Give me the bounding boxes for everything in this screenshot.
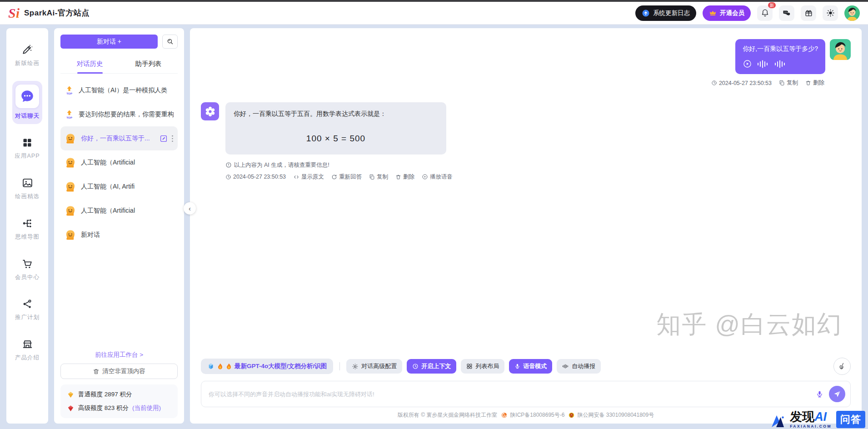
blob-avatar-icon [65,205,76,217]
ai-message: 你好，一百乘以五等于五百。用数学表达式表示就是： 100 × 5 = 500 [201,102,851,155]
conversation-title: 新对话 [81,231,174,239]
new-chat-button[interactable]: 新对话 + [60,35,158,49]
grid-icon [22,137,33,148]
search-icon [166,38,174,45]
list-item[interactable]: 人工智能（AI, Artifi [60,175,178,199]
workspace-link[interactable]: 前往应用工作台 > [60,351,178,359]
user-avatar[interactable] [844,5,860,21]
membership-button[interactable]: 开通会员 [703,5,751,21]
context-toggle-button[interactable]: 开启上下文 [407,359,456,374]
auto-broadcast-button[interactable]: 自动播报 [557,359,601,374]
rewards-button[interactable] [801,5,816,21]
list-item[interactable]: TOP 人工智能（AI）是一种模拟人类 [60,78,178,102]
sidebar-item-apps[interactable]: 应用APP [15,137,40,160]
copy-button[interactable]: 复制 [369,173,388,181]
police-record[interactable]: 陕公网安备 33010908041809号 [568,411,654,419]
icp-icon [501,412,508,419]
timestamp: 2024-05-27 23:50:53 [711,80,772,86]
pin-top-icon: TOP [65,85,74,96]
quota-premium: 高级额度 823 积分 (当前使用) [67,404,171,412]
microphone-icon[interactable] [816,390,823,399]
update-log-button[interactable]: 系统更新日志 [635,5,696,21]
pin-top-icon: TOP [65,109,74,120]
collapse-sidebar-button[interactable]: ‹ [184,202,196,214]
quota-card: 普通额度 2897 积分 高级额度 823 积分 (当前使用) [60,384,178,418]
user-chat-avatar [830,39,851,60]
sidebar-item-label: 新版绘画 [15,60,40,67]
model-label: 最新GPT-4o大模型/文档分析/识图 [234,362,327,370]
copyright-text: 版权所有 © 寰步星火掘金网络科技工作室 [398,411,498,419]
play-voice-icon[interactable] [743,59,752,69]
trash-icon [93,368,100,375]
show-source-button[interactable]: 显示原文 [293,173,324,181]
history-list: TOP 人工智能（AI）是一种模拟人类 TOP 要达到你想要的结果，你需要重构 … [60,78,178,247]
sidebar-item-new-painting[interactable]: 新版绘画 [15,44,40,67]
list-item[interactable]: 新对话 [60,223,178,247]
conversation-title: 人工智能（AI, Artifi [81,183,174,191]
advanced-config-button[interactable]: 对话高级配置 [346,359,402,374]
messages-button[interactable] [779,5,794,21]
sidebar-item-member-center[interactable]: 会员中心 [15,258,40,281]
delete-button[interactable]: 删除 [805,79,824,87]
svg-text:TOP: TOP [66,92,72,95]
send-button[interactable] [829,386,845,402]
tab-chat-history[interactable]: 对话历史 [60,56,119,73]
user-message: 你好,一百乘以五等于多少? [201,39,851,74]
ai-bubble: 你好，一百乘以五等于五百。用数学表达式表示就是： 100 × 5 = 500 [225,102,446,155]
quota-label: 高级额度 823 积分 [78,404,129,412]
ai-formula: 100 × 5 = 500 [234,132,438,145]
zhihu-watermark: 知乎 @白云如幻 [656,308,843,341]
gear-icon [352,363,359,370]
tab-assistant-list[interactable]: 助手列表 [119,56,178,73]
user-message-text: 你好,一百乘以五等于多少? [743,45,818,53]
sidebar-item-gallery[interactable]: 绘画精选 [15,177,40,200]
app-logo[interactable]: Si SparkAi-官方站点 [8,6,90,20]
ai-generated-notice: 以上内容为 AI 生成，请核查重要信息! [225,161,851,169]
timestamp: 2024-05-27 23:50:53 [225,174,286,180]
membership-label: 开通会员 [720,9,744,17]
notifications-button[interactable]: 新 [757,5,773,21]
model-selector[interactable]: 最新GPT-4o大模型/文档分析/识图 [201,359,333,374]
svg-text:TOP: TOP [66,116,72,119]
mindmap-icon [22,218,33,229]
sidebar-item-referral[interactable]: 推广计划 [15,299,40,321]
voice-mode-button[interactable]: 语音模式 [509,359,552,374]
message-input[interactable] [201,381,851,407]
more-options-icon[interactable] [171,135,174,143]
search-button[interactable] [162,35,178,49]
list-item[interactable]: 人工智能（Artificial [60,150,178,175]
faxianai-watermark: 发现AI FAXIANAI.COM 问答 [770,411,865,429]
sidebar-item-mindmap[interactable]: 思维导图 [15,218,40,241]
quota-normal: 普通额度 2897 积分 [67,390,171,399]
delete-button[interactable]: 删除 [395,173,414,181]
update-log-label: 系统更新日志 [653,9,690,17]
theme-toggle-button[interactable] [823,5,838,21]
copy-button[interactable]: 复制 [779,79,798,87]
list-item-active[interactable]: 你好，一百乘以五等于... [60,126,178,150]
clean-context-button[interactable] [833,358,851,375]
edit-icon[interactable] [160,135,168,143]
sidebar-item-label: 产品介绍 [15,354,40,362]
page-footer: 版权所有 © 寰步星火掘金网络科技工作室 陕ICP备18008695号-6 陕公… [201,411,851,419]
user-message-meta: 2024-05-27 23:50:53 复制 删除 [201,79,824,87]
sidebar-item-products[interactable]: 产品介绍 [15,339,40,362]
history-panel: 新对话 + 对话历史 助手列表 TOP 人工智能（AI）是一种模拟人类 TOP [54,28,184,424]
chat-bubbles-icon [782,9,791,18]
topbar: Si SparkAi-官方站点 系统更新日志 开通会员 新 [0,2,868,25]
sidebar-item-label: 思维导图 [15,233,40,241]
regenerate-button[interactable]: 重新回答 [331,173,362,181]
list-layout-button[interactable]: 列表布局 [461,359,504,374]
flame-icon [217,363,223,370]
list-item[interactable]: 人工智能（Artificial [60,199,178,223]
sidebar-item-chat[interactable]: 对话聊天 [12,81,42,124]
waveform-icon [757,60,769,68]
sidebar-item-label: 会员中心 [15,274,40,281]
icp-record[interactable]: 陕ICP备18008695号-6 [501,411,564,419]
conversation-title: 人工智能（Artificial [81,159,174,167]
share-icon [22,299,33,309]
list-item[interactable]: TOP 要达到你想要的结果，你需要重构 [60,102,178,126]
clear-pinned-button[interactable]: 清空非置顶内容 [60,364,178,379]
play-audio-button[interactable]: 播放语音 [422,173,453,181]
sidebar-item-label: 绘画精选 [15,193,40,200]
sidebar-item-label: 推广计划 [15,314,40,321]
